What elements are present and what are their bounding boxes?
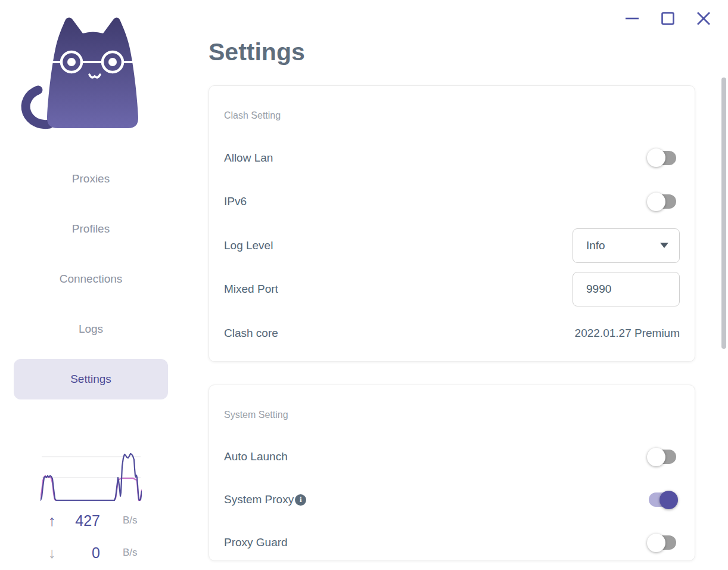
sidebar-nav: Proxies Profiles Connections Logs Settin…	[14, 159, 168, 409]
close-button[interactable]	[696, 11, 711, 26]
download-value: 0	[55, 544, 100, 562]
settings-row-mixed-port: Mixed Port	[224, 268, 680, 312]
minimize-icon	[625, 11, 639, 26]
system-setting-card: System Setting Auto Launch System Proxy …	[209, 385, 695, 561]
toggle-thumb	[659, 491, 678, 509]
system-proxy-toggle[interactable]	[649, 492, 676, 507]
row-label: System Proxy i	[224, 493, 306, 506]
upload-series-line	[41, 454, 142, 500]
close-icon	[696, 11, 711, 26]
section-title: System Setting	[224, 409, 680, 420]
log-level-select[interactable]: Info	[573, 228, 680, 263]
maximize-button[interactable]	[661, 11, 675, 26]
page-title: Settings	[209, 37, 305, 67]
window-controls	[620, 11, 715, 27]
sidebar-item-settings[interactable]: Settings	[14, 359, 168, 399]
sidebar-item-profiles[interactable]: Profiles	[14, 209, 168, 249]
scrollbar-thumb[interactable]	[721, 78, 726, 349]
settings-row-proxy-guard: Proxy Guard	[224, 521, 680, 564]
maximize-icon	[661, 11, 675, 26]
chevron-down-icon	[660, 243, 668, 248]
download-unit: B/s	[123, 544, 147, 562]
toggle-thumb	[647, 448, 665, 466]
clash-cat-logo	[0, 0, 167, 137]
mixed-port-input[interactable]	[573, 272, 680, 306]
settings-row-allow-lan: Allow Lan	[224, 136, 680, 180]
row-label: IPv6	[224, 195, 247, 208]
row-label: Clash core	[224, 327, 278, 340]
toggle-thumb	[647, 193, 665, 211]
row-label: Mixed Port	[224, 283, 278, 296]
ipv6-toggle[interactable]	[649, 194, 676, 209]
row-label: Log Level	[224, 239, 273, 252]
traffic-graph	[41, 453, 142, 502]
auto-launch-toggle[interactable]	[649, 450, 676, 464]
settings-row-auto-launch: Auto Launch	[224, 435, 680, 478]
row-label: Auto Launch	[224, 450, 288, 463]
allow-lan-toggle[interactable]	[649, 151, 676, 165]
sidebar-item-proxies[interactable]: Proxies	[14, 159, 168, 199]
row-label-text: System Proxy	[224, 493, 294, 506]
row-label: Allow Lan	[224, 151, 273, 165]
sidebar-item-logs[interactable]: Logs	[14, 309, 168, 349]
toggle-thumb	[647, 534, 665, 552]
settings-row-ipv6: IPv6	[224, 180, 680, 224]
upload-unit: B/s	[123, 512, 147, 529]
minimize-button[interactable]	[625, 11, 639, 26]
sidebar-item-connections[interactable]: Connections	[14, 259, 168, 299]
row-label: Proxy Guard	[224, 536, 288, 549]
download-series-line	[41, 476, 142, 500]
clash-core-version: 2022.01.27 Premium	[575, 327, 680, 340]
info-icon[interactable]: i	[295, 494, 306, 506]
settings-row-system-proxy: System Proxy i	[224, 478, 680, 521]
proxy-guard-toggle[interactable]	[649, 535, 676, 550]
section-title: Clash Setting	[224, 110, 680, 121]
settings-row-log-level: Log Level Info	[224, 224, 680, 268]
settings-row-clash-core: Clash core 2022.01.27 Premium	[224, 311, 680, 355]
download-stat: ↓ 0 B/s	[0, 544, 167, 562]
upload-value: 427	[55, 512, 100, 529]
upload-stat: ↑ 427 B/s	[0, 512, 167, 529]
log-level-value: Info	[586, 239, 605, 252]
clash-setting-card: Clash Setting Allow Lan IPv6 Log Level I…	[209, 85, 695, 362]
sidebar: Proxies Profiles Connections Logs Settin…	[0, 0, 182, 570]
